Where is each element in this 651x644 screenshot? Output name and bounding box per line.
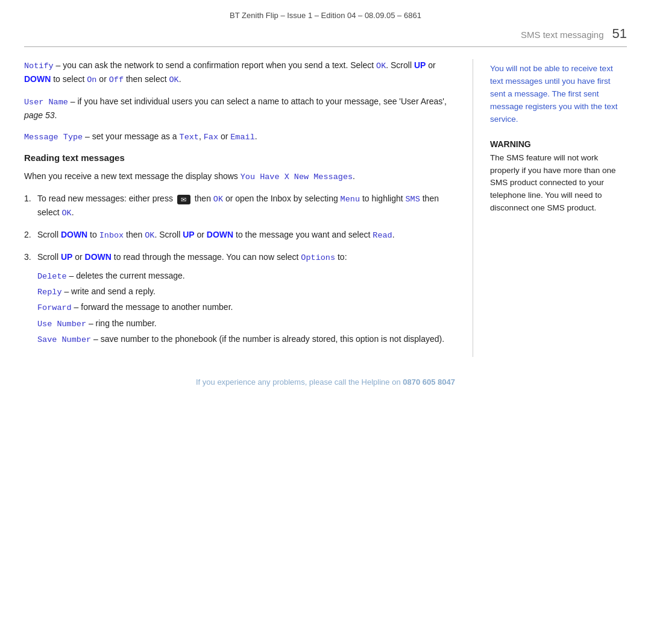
reply-option: Reply – write and send a reply. [37, 285, 454, 298]
step1-ok2: OK [61, 209, 71, 218]
step-3: 3. Scroll UP or DOWN to read through the… [24, 251, 454, 349]
delete-option: Delete – deletes the current message. [37, 270, 454, 283]
right-column: You will not be able to receive text tex… [473, 59, 627, 357]
page-header: BT Zenith Flip – Issue 1 – Edition 04 – … [0, 0, 651, 26]
usenumber-option: Use Number – ring the number. [37, 317, 454, 330]
warning-title: WARNING [490, 139, 627, 149]
reading-heading: Reading text messages [24, 153, 454, 163]
section-label: SMS text messaging [521, 30, 604, 40]
forward-option: Forward – forward the message to another… [37, 301, 454, 314]
notify-paragraph: Notify – you can ask the network to send… [24, 59, 454, 87]
step1-ok1: OK [213, 195, 223, 204]
step-3-content: Scroll UP or DOWN to read through the me… [37, 251, 454, 349]
step-1-content: To read new messages: either press ✉ the… [37, 192, 454, 220]
step-2-content: Scroll DOWN to Inbox then OK. Scroll UP … [37, 229, 454, 242]
email-option: Email [230, 133, 255, 142]
step2-down1: DOWN [61, 230, 87, 239]
on-term: On [87, 75, 96, 84]
step3-up1: UP [61, 252, 72, 262]
step2-down2: DOWN [207, 230, 233, 239]
savenumber-option: Save Number – save number to the phonebo… [37, 333, 454, 346]
username-term: User Name [24, 98, 68, 107]
ok-term-2: OK [169, 75, 179, 84]
fax-option: Fax [204, 133, 218, 142]
step2-read: Read [373, 231, 392, 240]
step1-sms: SMS [406, 195, 420, 204]
down-term-1: DOWN [24, 74, 51, 84]
reading-intro: When you receive a new text message the … [24, 170, 454, 184]
step3-down1: DOWN [85, 252, 112, 262]
warning-block: WARNING The SMS feature will not work pr… [490, 139, 627, 215]
off-term: Off [109, 75, 124, 84]
helpline-number: 0870 605 8047 [403, 377, 455, 387]
text-option: Text [180, 133, 199, 142]
page-number: 51 [612, 26, 627, 42]
steps-list: 1. To read new messages: either press ✉ … [24, 192, 454, 349]
page-ref: page 53 [24, 110, 55, 120]
msgtype-term: Message Type [24, 133, 83, 142]
sidebar-note: You will not be able to receive text tex… [490, 63, 627, 126]
display-msg: You Have X New Messages [241, 172, 353, 182]
step3-options: Options [301, 253, 335, 262]
left-column: Notify – you can ask the network to send… [24, 59, 473, 357]
step2-up1: UP [183, 230, 194, 239]
header-title: BT Zenith Flip – Issue 1 – Edition 04 – … [230, 11, 421, 20]
username-paragraph: User Name – if you have set individual u… [24, 95, 454, 122]
ok-term-1: OK [376, 62, 386, 71]
step-2: 2. Scroll DOWN to Inbox then OK. Scroll … [24, 229, 454, 242]
notify-term: Notify [24, 62, 54, 71]
step2-ok1: OK [145, 231, 154, 240]
message-icon: ✉ [177, 195, 190, 204]
step-1: 1. To read new messages: either press ✉ … [24, 192, 454, 220]
step2-inbox: Inbox [99, 231, 124, 240]
step1-menu: Menu [341, 195, 360, 204]
page-footer: If you experience any problems, please c… [0, 363, 651, 395]
step-3-num: 3. [24, 251, 37, 264]
step-1-num: 1. [24, 192, 37, 206]
msgtype-paragraph: Message Type – set your message as a Tex… [24, 130, 454, 144]
warning-text: The SMS feature will not work properly i… [490, 152, 627, 215]
step-2-num: 2. [24, 229, 37, 242]
footer-text: If you experience any problems, please c… [196, 377, 403, 387]
up-term-1: UP [414, 60, 426, 70]
options-block: Delete – deletes the current message. Re… [37, 270, 454, 346]
